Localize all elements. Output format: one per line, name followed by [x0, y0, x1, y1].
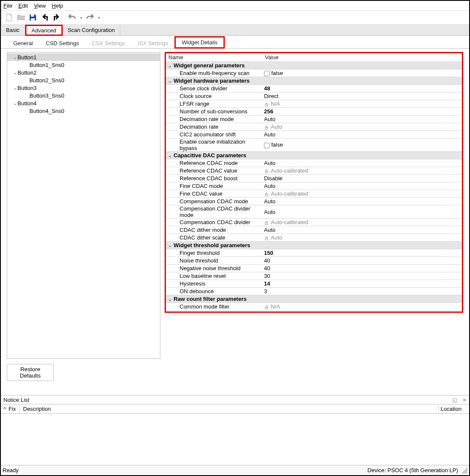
param-value[interactable]: Auto [262, 131, 462, 138]
tree-item-button1-sns0[interactable]: Button1_Sns0 [7, 61, 160, 69]
tree-item-button4[interactable]: ⌄Button4 [7, 99, 160, 107]
svg-rect-1 [31, 18, 35, 21]
tree-item-button2-sns0[interactable]: Button2_Sns0 [7, 76, 160, 84]
param-name: Common mode filter [166, 303, 262, 311]
param-name: Compensation CDAC mode [166, 198, 262, 205]
notice-col-location[interactable]: Location [438, 405, 468, 413]
param-name: Clock source [166, 92, 262, 100]
param-name: Sense clock divider [166, 85, 262, 92]
checkbox-icon[interactable] [264, 71, 270, 76]
param-value[interactable]: 150 [262, 249, 462, 257]
checkbox-icon[interactable] [264, 143, 270, 148]
notice-col-fix[interactable]: Fix [7, 405, 20, 413]
notice-col-description[interactable]: Description [20, 405, 438, 413]
param-name: Finger threshold [166, 249, 262, 257]
resize-grip-icon[interactable] [461, 467, 467, 473]
param-name: Number of sub-conversions [166, 108, 262, 115]
param-name: ON debounce [166, 288, 262, 295]
param-name: Decimation rate [166, 123, 262, 131]
param-value[interactable]: 256 [262, 108, 462, 115]
property-grid[interactable]: NameValue ⌄Widget general parametersEnab… [165, 52, 463, 313]
open-file-icon[interactable] [15, 12, 26, 23]
param-value[interactable]: 40 [262, 257, 462, 265]
param-name: CDAC dither scale [166, 234, 262, 242]
param-name: Noise threshold [166, 257, 262, 265]
tab-basic[interactable]: Basic [1, 25, 25, 35]
menu-view[interactable]: View [34, 3, 46, 9]
tab-advanced[interactable]: Advanced [25, 25, 63, 36]
expand-icon[interactable]: ^ [2, 405, 7, 413]
undo-icon[interactable] [67, 12, 78, 23]
notice-columns: ^ Fix Description Location [1, 404, 469, 414]
tab-scan-configuration[interactable]: Scan Configuration [63, 25, 121, 35]
param-value[interactable]: 40 [262, 265, 462, 272]
tree-item-button3-sns0[interactable]: Button3_Sns0 [7, 92, 160, 99]
tree-item-button4-sns0[interactable]: Button4_Sns0 [7, 107, 160, 115]
close-icon[interactable]: ✕ [462, 397, 467, 403]
svg-rect-8 [265, 307, 268, 309]
import-icon[interactable] [39, 12, 50, 23]
subtab-general[interactable]: General [7, 38, 39, 48]
status-device: Device: PSOC 4 (5th Generation LP) [368, 467, 458, 473]
menu-help[interactable]: Help [52, 3, 63, 9]
notice-list-title: Notice List [3, 397, 29, 403]
param-name: Reference CDAC boost [166, 175, 262, 182]
subtab-isx-settings: ISX Settings [131, 38, 175, 48]
new-file-icon[interactable] [3, 12, 15, 23]
dock-icon[interactable]: ◱ [453, 397, 457, 403]
export-icon[interactable] [51, 12, 62, 23]
param-name: LFSR range [166, 100, 262, 108]
param-value[interactable]: 30 [262, 272, 462, 280]
param-value[interactable]: Auto [262, 159, 462, 167]
param-value[interactable]: Auto [262, 198, 462, 205]
group-hardware[interactable]: ⌄Widget hardware parameters [166, 77, 262, 85]
menu-edit[interactable]: Edit [18, 3, 28, 9]
svg-rect-5 [265, 194, 268, 196]
subtab-csd-settings[interactable]: CSD Settings [39, 38, 85, 48]
menu-file[interactable]: File [3, 3, 12, 9]
svg-rect-0 [31, 14, 34, 17]
subtab-widget-details[interactable]: Widget Details [174, 36, 225, 49]
svg-rect-7 [265, 238, 268, 240]
tree-item-button2[interactable]: ⌄Button2 [7, 69, 160, 76]
content-area: ⌄Button1 Button1_Sns0 ⌄Button2 Button2_S… [1, 49, 469, 395]
notice-list-body[interactable] [1, 414, 469, 465]
param-name: Fine CDAC mode [166, 182, 262, 190]
svg-rect-2 [265, 104, 268, 106]
param-name: Hysteresis [166, 280, 262, 288]
param-value[interactable]: Auto [262, 226, 462, 234]
param-name: Negative noise threshold [166, 265, 262, 272]
param-value[interactable]: 48 [262, 85, 462, 92]
redo-icon[interactable] [84, 12, 96, 23]
group-general[interactable]: ⌄Widget general parameters [166, 62, 262, 69]
svg-rect-3 [265, 127, 268, 129]
group-rawfilter[interactable]: ⌄Raw count filter parameters [166, 295, 262, 303]
param-value[interactable]: 3 [262, 288, 462, 295]
col-name: Name [166, 53, 262, 62]
param-name: Enable coarse initialization bypass [166, 138, 262, 152]
param-value[interactable]: Direct [262, 92, 462, 100]
undo-dropdown-icon[interactable]: ▾ [78, 12, 84, 23]
widget-tree[interactable]: ⌄Button1 Button1_Sns0 ⌄Button2 Button2_S… [7, 52, 160, 359]
group-threshold[interactable]: ⌄Widget threshold parameters [166, 242, 262, 249]
param-value[interactable]: Auto [262, 182, 462, 190]
restore-defaults-button[interactable]: Restore Defaults [7, 364, 54, 381]
param-value: Auto [262, 234, 462, 242]
param-value[interactable]: false [262, 69, 462, 77]
param-value: N/A [262, 100, 462, 108]
param-value[interactable]: Auto [262, 115, 462, 123]
toolbar: ▾ ▾ [1, 10, 469, 25]
save-icon[interactable] [27, 12, 38, 23]
tree-item-button3[interactable]: ⌄Button3 [7, 84, 160, 92]
param-value[interactable]: 14 [262, 280, 462, 288]
param-value[interactable]: Auto [262, 205, 462, 219]
param-name: Compensation CDAC divider mode [166, 205, 262, 219]
param-value[interactable]: Disable [262, 175, 462, 182]
sub-tabs: General CSD Settings CSX Settings ISX Se… [1, 36, 469, 49]
redo-dropdown-icon[interactable]: ▾ [96, 12, 102, 23]
param-value[interactable]: false [262, 138, 462, 152]
tree-item-button1[interactable]: ⌄Button1 [7, 53, 160, 61]
status-bar: Ready Device: PSOC 4 (5th Generation LP) [1, 465, 469, 475]
group-cdac[interactable]: ⌄Capacitive DAC parameters [166, 152, 262, 159]
main-tabs: Basic Advanced Scan Configuration [1, 25, 469, 36]
